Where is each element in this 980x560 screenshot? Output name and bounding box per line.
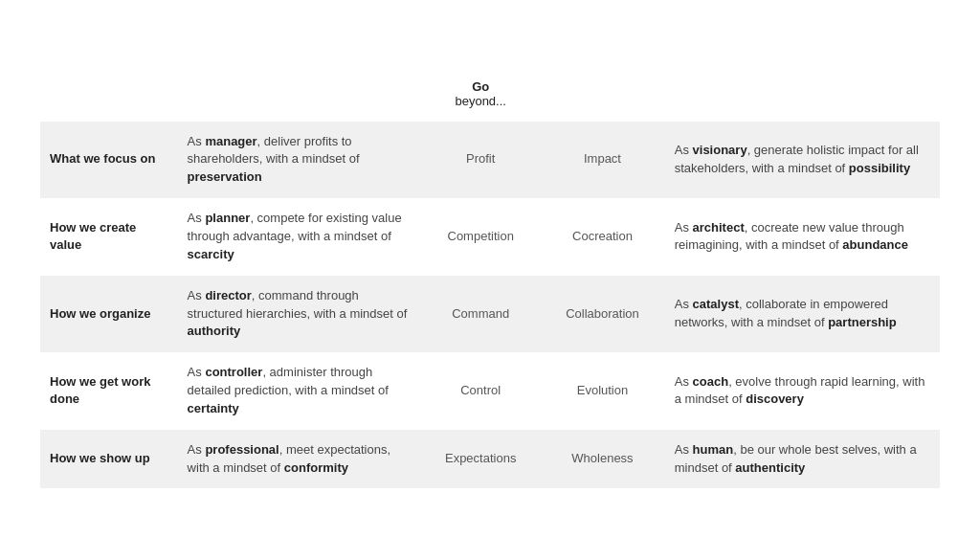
row-extend: Impact	[540, 122, 665, 199]
row-ext-description: As human, be our whole best selves, with…	[665, 430, 940, 489]
row-description: As manager, deliver profits to sharehold…	[178, 122, 422, 199]
col-header-extend	[540, 72, 665, 122]
row-beyond: Profit	[421, 122, 540, 199]
table-row: How we create valueAs planner, compete f…	[40, 198, 940, 276]
row-beyond: Competition	[421, 198, 540, 276]
row-beyond: Control	[421, 352, 540, 430]
framework-table: Go beyond... What we focus onAs manager,…	[40, 72, 940, 489]
table-row: What we focus onAs manager, deliver prof…	[40, 122, 940, 199]
row-ext-description: As coach, evolve through rapid learning,…	[665, 352, 940, 430]
row-label: How we organize	[40, 276, 178, 353]
row-ext-description: As catalyst, collaborate in empowered ne…	[665, 276, 940, 353]
row-ext-description: As architect, cocreate new value through…	[665, 198, 940, 276]
row-extend: Cocreation	[540, 198, 665, 276]
row-description: As professional, meet expectations, with…	[178, 430, 422, 489]
col-header-empty3	[665, 72, 940, 122]
row-label: How we create value	[40, 198, 178, 276]
beyond-label: Go	[427, 79, 534, 94]
row-description: As planner, compete for existing value t…	[178, 198, 422, 276]
row-label: How we show up	[40, 430, 178, 489]
table-row: How we organizeAs director, command thro…	[40, 276, 940, 353]
table-row: How we get work doneAs controller, admin…	[40, 352, 940, 430]
col-header-empty2	[178, 72, 422, 122]
row-beyond: Expectations	[421, 430, 540, 489]
row-description: As controller, administer through detail…	[178, 352, 422, 430]
beyond-sublabel: beyond...	[427, 94, 534, 108]
row-label: What we focus on	[40, 122, 178, 199]
row-description: As director, command through structured …	[178, 276, 422, 353]
row-extend: Collaboration	[540, 276, 665, 353]
col-header-beyond: Go beyond...	[421, 72, 540, 122]
col-header-empty	[40, 72, 178, 122]
row-extend: Wholeness	[540, 430, 665, 489]
row-ext-description: As visionary, generate holistic impact f…	[665, 122, 940, 199]
row-label: How we get work done	[40, 352, 178, 430]
table-row: How we show upAs professional, meet expe…	[40, 430, 940, 489]
main-container: Go beyond... What we focus onAs manager,…	[31, 53, 949, 508]
row-extend: Evolution	[540, 352, 665, 430]
row-beyond: Command	[421, 276, 540, 353]
